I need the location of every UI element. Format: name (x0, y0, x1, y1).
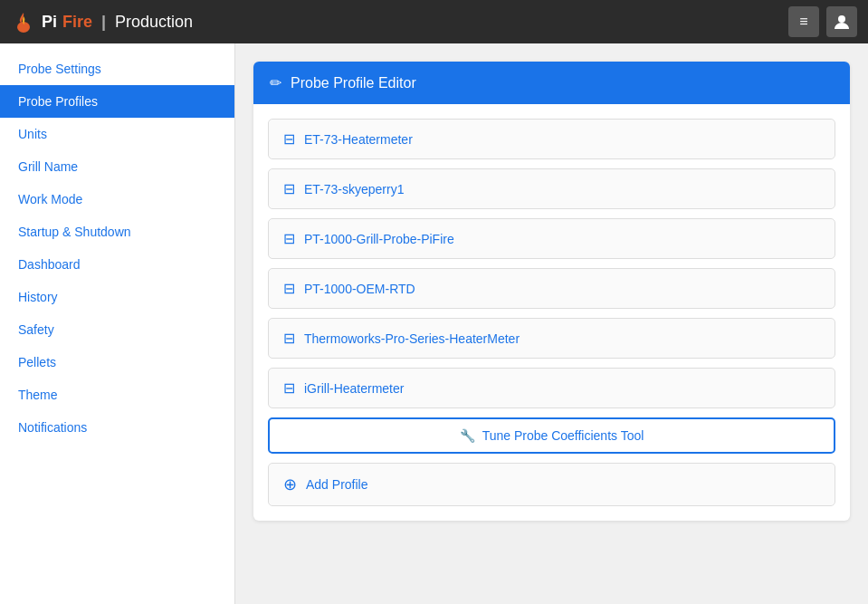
profile-item-pt1000-oem-rtd[interactable]: ⊟ PT-1000-OEM-RTD (268, 268, 835, 309)
sidebar-item-pellets[interactable]: Pellets (0, 346, 234, 379)
expand-icon: ⊟ (283, 130, 295, 148)
brand: PiFire | Production (11, 9, 193, 34)
user-button[interactable] (826, 6, 857, 37)
navbar-icons: ≡ (788, 6, 857, 37)
sidebar-item-safety[interactable]: Safety (0, 313, 234, 346)
profile-label: ET-73-Heatermeter (304, 132, 413, 147)
sidebar-item-startup-shutdown[interactable]: Startup & Shutdown (0, 216, 234, 248)
sidebar-item-dashboard[interactable]: Dashboard (0, 248, 234, 281)
profile-label: ET-73-skyeperry1 (304, 182, 404, 197)
tune-coefficients-button[interactable]: 🔧Tune Probe Coefficients Tool (268, 417, 835, 454)
brand-fire: Fire (62, 13, 92, 32)
profile-item-et73-heatermeter[interactable]: ⊟ ET-73-Heatermeter (268, 119, 835, 159)
profile-item-et73-skyeperry1[interactable]: ⊟ ET-73-skyeperry1 (268, 168, 835, 209)
brand-separator: | (101, 13, 106, 32)
sidebar-item-history[interactable]: History (0, 281, 234, 313)
profile-label: Thermoworks-Pro-Series-HeaterMeter (304, 331, 520, 346)
content-card: ✏ Probe Profile Editor ⊟ ET-73-Heatermet… (253, 62, 850, 521)
add-profile-label: Add Profile (306, 477, 367, 492)
add-profile-item[interactable]: ⊕ Add Profile (268, 463, 835, 506)
user-icon (834, 14, 850, 30)
tune-label: Tune Probe Coefficients Tool (482, 428, 644, 443)
logo-icon (11, 9, 36, 34)
svg-point-1 (838, 15, 845, 23)
sidebar-item-probe-settings[interactable]: Probe Settings (0, 53, 234, 85)
sidebar-item-work-mode[interactable]: Work Mode (0, 183, 234, 216)
main-content: ✏ Probe Profile Editor ⊟ ET-73-Heatermet… (235, 43, 868, 604)
add-icon: ⊕ (283, 475, 297, 494)
profile-label: PT-1000-OEM-RTD (304, 282, 415, 296)
card-body: ⊟ ET-73-Heatermeter ⊟ ET-73-skyeperry1 ⊟… (253, 104, 850, 521)
wrench-icon: 🔧 (460, 428, 475, 443)
profile-item-igrill-heatermeter[interactable]: ⊟ iGrill-Heatermeter (268, 368, 835, 408)
brand-production: Production (115, 13, 193, 32)
main-layout: Probe SettingsProbe ProfilesUnitsGrill N… (0, 43, 868, 604)
card-title: Probe Profile Editor (291, 75, 416, 91)
profile-label: iGrill-Heatermeter (304, 381, 404, 396)
sidebar-item-grill-name[interactable]: Grill Name (0, 150, 234, 183)
expand-icon: ⊟ (283, 280, 295, 297)
profile-label: PT-1000-Grill-Probe-PiFire (304, 232, 454, 246)
sidebar-item-theme[interactable]: Theme (0, 379, 234, 411)
brand-pi: Pi (42, 13, 57, 32)
profile-item-pt1000-grill-probe-pifire[interactable]: ⊟ PT-1000-Grill-Probe-PiFire (268, 218, 835, 259)
sidebar-item-units[interactable]: Units (0, 118, 234, 150)
sidebar: Probe SettingsProbe ProfilesUnitsGrill N… (0, 43, 235, 604)
header-edit-icon: ✏ (270, 74, 281, 91)
expand-icon: ⊟ (283, 180, 295, 197)
menu-button[interactable]: ≡ (788, 6, 819, 37)
sidebar-item-notifications[interactable]: Notifications (0, 411, 234, 444)
sidebar-item-probe-profiles[interactable]: Probe Profiles (0, 85, 234, 118)
navbar: PiFire | Production ≡ (0, 0, 868, 43)
profile-item-thermoworks-pro-series[interactable]: ⊟ Thermoworks-Pro-Series-HeaterMeter (268, 318, 835, 359)
expand-icon: ⊟ (283, 230, 295, 247)
expand-icon: ⊟ (283, 330, 295, 347)
expand-icon: ⊟ (283, 379, 295, 397)
card-header: ✏ Probe Profile Editor (253, 62, 850, 104)
